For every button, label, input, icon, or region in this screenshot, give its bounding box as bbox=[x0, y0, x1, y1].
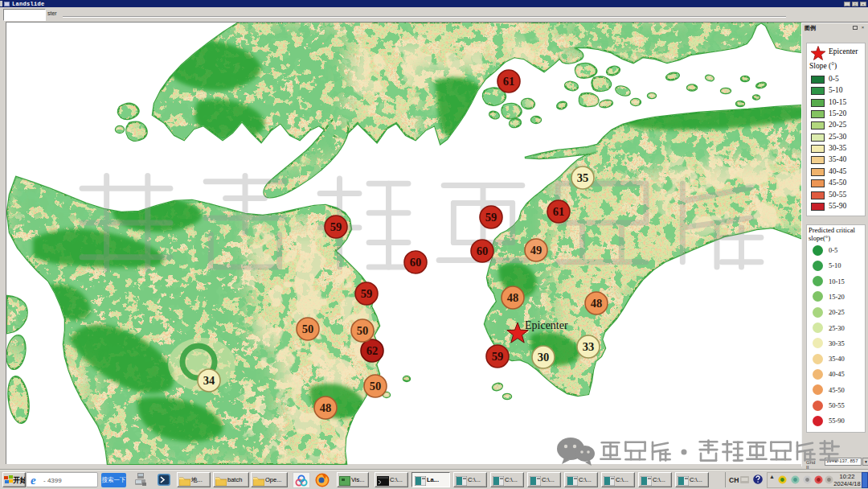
svg-text:35: 35 bbox=[577, 171, 589, 184]
svg-text:59: 59 bbox=[492, 350, 504, 363]
svg-text:50: 50 bbox=[357, 324, 369, 337]
svg-text:61: 61 bbox=[503, 75, 515, 88]
svg-text:48: 48 bbox=[320, 401, 332, 414]
svg-text:33: 33 bbox=[583, 340, 595, 353]
svg-text:59: 59 bbox=[330, 220, 342, 233]
svg-text:34: 34 bbox=[203, 374, 215, 387]
svg-text:61: 61 bbox=[553, 205, 565, 218]
svg-text:59: 59 bbox=[361, 287, 373, 300]
svg-text:62: 62 bbox=[366, 344, 379, 357]
svg-text:60: 60 bbox=[477, 244, 489, 257]
svg-text:50: 50 bbox=[302, 323, 314, 335]
svg-text:60: 60 bbox=[410, 256, 422, 269]
svg-text:48: 48 bbox=[507, 291, 519, 304]
svg-text:50: 50 bbox=[370, 380, 382, 392]
svg-text:49: 49 bbox=[530, 244, 542, 257]
svg-text:48: 48 bbox=[591, 297, 603, 310]
svg-text:Epicenter: Epicenter bbox=[525, 319, 568, 331]
svg-text:30: 30 bbox=[538, 351, 550, 364]
svg-text:59: 59 bbox=[485, 211, 497, 224]
